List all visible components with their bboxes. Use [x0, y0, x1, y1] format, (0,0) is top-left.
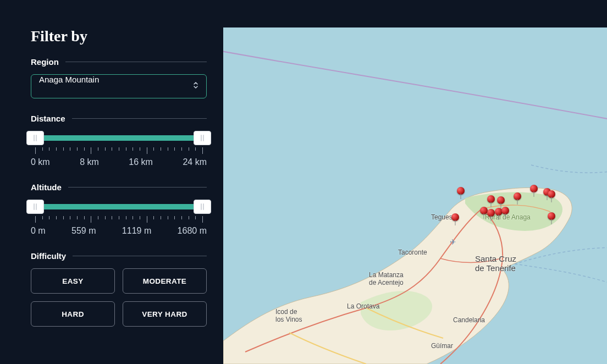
map-pin[interactable] — [501, 207, 509, 214]
tick-label: 1119 m — [122, 226, 151, 236]
region-section-header: Region — [31, 57, 207, 67]
altitude-slider[interactable] — [35, 200, 202, 214]
tick-label: 8 km — [80, 157, 99, 167]
altitude-min-handle[interactable] — [26, 200, 44, 214]
altitude-tick-labels: 0 m 559 m 1119 m 1680 m — [31, 226, 207, 236]
distance-label: Distance — [31, 114, 65, 123]
map-pin[interactable] — [487, 195, 495, 203]
map-pin[interactable] — [480, 207, 488, 214]
distance-section-header: Distance — [31, 114, 207, 123]
filter-sidebar: Filter by Region Anaga Mountain Distance… — [0, 0, 223, 364]
distance-tick-labels: 0 km 8 km 16 km 24 km — [31, 157, 207, 167]
town-label: Tacoronte — [398, 249, 427, 256]
map-pin[interactable] — [514, 192, 521, 200]
divider — [65, 62, 207, 62]
region-label: Region — [31, 57, 59, 67]
town-label: La Matanza de Acentejo — [369, 271, 404, 286]
tick-label: 559 m — [71, 226, 96, 236]
town-label: Icod de los Vinos — [275, 308, 302, 323]
map-pin[interactable] — [457, 187, 465, 195]
difficulty-easy-button[interactable]: EASY — [31, 268, 115, 294]
town-label: Candelaria — [453, 316, 485, 324]
svg-text:✈: ✈ — [450, 238, 456, 246]
map-pin[interactable] — [497, 196, 505, 204]
town-label: La Orotava — [347, 302, 379, 310]
distance-ticks — [35, 147, 202, 154]
distance-min-handle[interactable] — [26, 131, 44, 145]
difficulty-section-header: Difficulty — [31, 251, 207, 261]
map-pin[interactable] — [487, 209, 495, 217]
difficulty-veryhard-button[interactable]: VERY HARD — [123, 301, 207, 327]
map-pin[interactable] — [530, 185, 538, 192]
distance-slider[interactable] — [35, 131, 202, 145]
map-pin[interactable] — [548, 212, 555, 220]
map-pin[interactable] — [451, 213, 459, 221]
tick-label: 1680 m — [178, 226, 207, 236]
distance-max-handle[interactable] — [194, 131, 211, 145]
altitude-ticks — [35, 216, 202, 223]
altitude-max-handle[interactable] — [194, 200, 211, 214]
tick-label: 0 km — [31, 157, 50, 167]
divider — [68, 187, 207, 187]
map-pin[interactable] — [548, 190, 555, 198]
page-title: Filter by — [31, 27, 207, 45]
divider — [73, 256, 207, 256]
tick-label: 16 km — [129, 157, 153, 167]
tick-label: 24 km — [183, 157, 207, 167]
divider — [72, 118, 207, 119]
difficulty-hard-button[interactable]: HARD — [31, 301, 115, 327]
altitude-label: Altitude — [31, 183, 62, 192]
region-select[interactable]: Anaga Mountain — [31, 74, 207, 98]
difficulty-moderate-button[interactable]: MODERATE — [123, 268, 207, 294]
altitude-section-header: Altitude — [31, 183, 207, 192]
town-label: Santa Cruz de Tenerife — [475, 254, 516, 273]
town-label: Güímar — [431, 342, 453, 350]
difficulty-label: Difficulty — [31, 251, 66, 261]
tick-label: 0 m — [31, 226, 46, 236]
map[interactable]: ✈ Tegueste Tacoronte La Matanza de Acent… — [223, 27, 607, 364]
